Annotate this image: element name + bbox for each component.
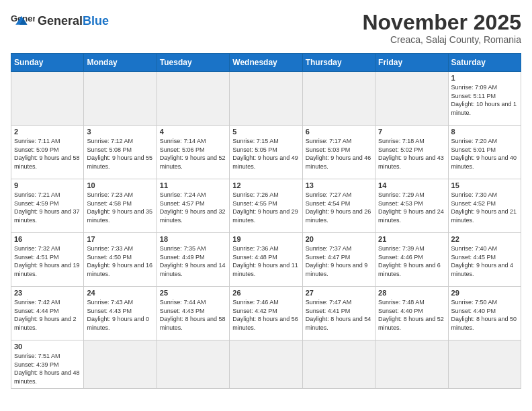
- header-saturday: Saturday: [448, 54, 521, 72]
- header-sunday: Sunday: [11, 54, 84, 72]
- day-21: 21 Sunrise: 7:39 AM Sunset: 4:46 PM Dayl…: [375, 233, 448, 287]
- calendar-row-6: 30 Sunrise: 7:51 AM Sunset: 4:39 PM Dayl…: [11, 340, 521, 388]
- logo-icon: General: [11, 11, 35, 31]
- logo-blue: Blue: [83, 14, 109, 28]
- title-block: November 2025 Creaca, Salaj County, Roma…: [362, 11, 521, 45]
- calendar-row-4: 16 Sunrise: 7:32 AM Sunset: 4:51 PM Dayl…: [11, 233, 521, 287]
- day-5: 5 Sunrise: 7:15 AM Sunset: 5:05 PM Dayli…: [230, 126, 302, 179]
- header-thursday: Thursday: [302, 54, 375, 72]
- calendar-row-5: 23 Sunrise: 7:42 AM Sunset: 4:44 PM Dayl…: [11, 287, 521, 340]
- day-19: 19 Sunrise: 7:36 AM Sunset: 4:48 PM Dayl…: [230, 233, 302, 287]
- empty-cell: [230, 340, 302, 388]
- month-year-title: November 2025: [362, 11, 521, 34]
- day-11: 11 Sunrise: 7:24 AM Sunset: 4:57 PM Dayl…: [157, 179, 229, 233]
- calendar-row-3: 9 Sunrise: 7:21 AM Sunset: 4:59 PM Dayli…: [11, 179, 521, 233]
- empty-cell: [448, 340, 521, 388]
- day-1: 1 Sunrise: 7:09 AM Sunset: 5:11 PM Dayli…: [448, 72, 521, 126]
- day-14: 14 Sunrise: 7:29 AM Sunset: 4:53 PM Dayl…: [375, 179, 448, 233]
- day-6: 6 Sunrise: 7:17 AM Sunset: 5:03 PM Dayli…: [302, 126, 375, 179]
- day-3: 3 Sunrise: 7:12 AM Sunset: 5:08 PM Dayli…: [84, 126, 157, 179]
- empty-cell: [302, 340, 375, 388]
- day-27: 27 Sunrise: 7:47 AM Sunset: 4:41 PM Dayl…: [302, 287, 375, 340]
- header-friday: Friday: [375, 54, 448, 72]
- empty-cell: [84, 72, 157, 126]
- weekday-header-row: Sunday Monday Tuesday Wednesday Thursday…: [11, 54, 521, 72]
- day-22: 22 Sunrise: 7:40 AM Sunset: 4:45 PM Dayl…: [448, 233, 521, 287]
- day-18: 18 Sunrise: 7:35 AM Sunset: 4:49 PM Dayl…: [157, 233, 229, 287]
- day-20: 20 Sunrise: 7:37 AM Sunset: 4:47 PM Dayl…: [302, 233, 375, 287]
- header-monday: Monday: [84, 54, 157, 72]
- day-29: 29 Sunrise: 7:50 AM Sunset: 4:40 PM Dayl…: [448, 287, 521, 340]
- location-subtitle: Creaca, Salaj County, Romania: [362, 34, 521, 45]
- day-12: 12 Sunrise: 7:26 AM Sunset: 4:55 PM Dayl…: [230, 179, 302, 233]
- empty-cell: [157, 72, 229, 126]
- logo-general: GeneralBlue: [38, 14, 109, 28]
- calendar-table: Sunday Monday Tuesday Wednesday Thursday…: [11, 53, 521, 388]
- empty-cell: [157, 340, 229, 388]
- day-8: 8 Sunrise: 7:20 AM Sunset: 5:01 PM Dayli…: [448, 126, 521, 179]
- day-7: 7 Sunrise: 7:18 AM Sunset: 5:02 PM Dayli…: [375, 126, 448, 179]
- header-tuesday: Tuesday: [157, 54, 229, 72]
- logo: General GeneralBlue: [11, 11, 109, 31]
- empty-cell: [302, 72, 375, 126]
- page-header: General GeneralBlue November 2025 Creaca…: [11, 11, 521, 45]
- header-wednesday: Wednesday: [230, 54, 302, 72]
- day-24: 24 Sunrise: 7:43 AM Sunset: 4:43 PM Dayl…: [84, 287, 157, 340]
- empty-cell: [230, 72, 302, 126]
- day-15: 15 Sunrise: 7:30 AM Sunset: 4:52 PM Dayl…: [448, 179, 521, 233]
- day-16: 16 Sunrise: 7:32 AM Sunset: 4:51 PM Dayl…: [11, 233, 84, 287]
- empty-cell: [375, 72, 448, 126]
- empty-cell: [11, 72, 84, 126]
- calendar-row-2: 2 Sunrise: 7:11 AM Sunset: 5:09 PM Dayli…: [11, 126, 521, 179]
- day-17: 17 Sunrise: 7:33 AM Sunset: 4:50 PM Dayl…: [84, 233, 157, 287]
- day-13: 13 Sunrise: 7:27 AM Sunset: 4:54 PM Dayl…: [302, 179, 375, 233]
- day-25: 25 Sunrise: 7:44 AM Sunset: 4:43 PM Dayl…: [157, 287, 229, 340]
- day-9: 9 Sunrise: 7:21 AM Sunset: 4:59 PM Dayli…: [11, 179, 84, 233]
- day-4: 4 Sunrise: 7:14 AM Sunset: 5:06 PM Dayli…: [157, 126, 229, 179]
- calendar-row-1: 1 Sunrise: 7:09 AM Sunset: 5:11 PM Dayli…: [11, 72, 521, 126]
- day-23: 23 Sunrise: 7:42 AM Sunset: 4:44 PM Dayl…: [11, 287, 84, 340]
- day-30: 30 Sunrise: 7:51 AM Sunset: 4:39 PM Dayl…: [11, 340, 84, 388]
- empty-cell: [375, 340, 448, 388]
- empty-cell: [84, 340, 157, 388]
- day-2: 2 Sunrise: 7:11 AM Sunset: 5:09 PM Dayli…: [11, 126, 84, 179]
- day-10: 10 Sunrise: 7:23 AM Sunset: 4:58 PM Dayl…: [84, 179, 157, 233]
- day-26: 26 Sunrise: 7:46 AM Sunset: 4:42 PM Dayl…: [230, 287, 302, 340]
- day-28: 28 Sunrise: 7:48 AM Sunset: 4:40 PM Dayl…: [375, 287, 448, 340]
